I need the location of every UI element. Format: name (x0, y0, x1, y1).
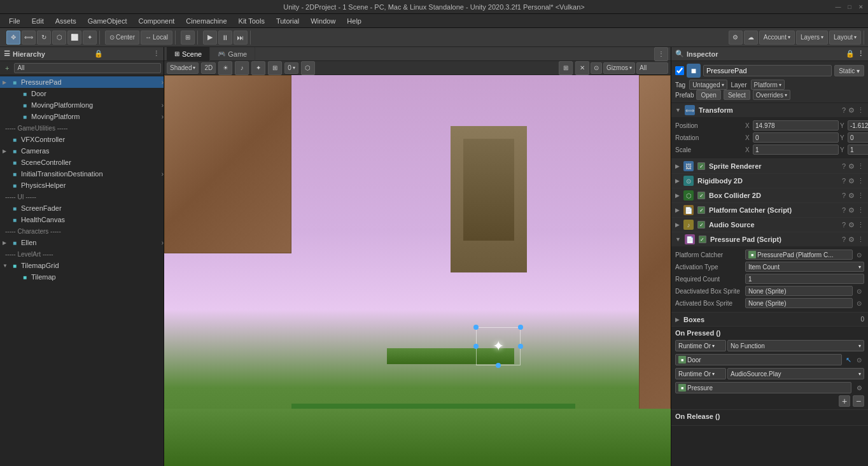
scene-render-btn[interactable]: ⬡ (301, 61, 315, 75)
space-dropdown[interactable]: ↔Local (141, 31, 172, 45)
platform-catcher-header[interactable]: ▶ 📄 ✓ Platform Catcher (Script) ? ⚙ ⋮ (671, 203, 868, 217)
overrides-dropdown[interactable]: Overrides ▾ (753, 90, 790, 100)
hierarchy-item-door[interactable]: ■ Door (0, 88, 164, 99)
bc-settings[interactable]: ⚙ (848, 192, 855, 200)
pivot-dropdown[interactable]: ⊙Center (105, 31, 139, 45)
tab-game[interactable]: 🎮 Game (210, 47, 255, 61)
account-dropdown[interactable]: Account▾ (759, 31, 795, 45)
rb-menu[interactable]: ⋮ (857, 177, 864, 185)
hierarchy-menu[interactable]: ⋮ (153, 50, 160, 58)
pp-help[interactable]: ? (842, 236, 846, 244)
scene-settings-btn[interactable]: ⋮ (654, 47, 668, 61)
collab-btn[interactable]: ⚙ (729, 31, 743, 45)
pressure-ref-field[interactable]: ■ Pressure (675, 382, 851, 393)
open-btn[interactable]: Open (696, 90, 720, 100)
obj-select-btn[interactable]: ⊙ (854, 355, 864, 365)
hierarchy-item-ellen[interactable]: ▶ ■ Ellen › (0, 237, 164, 248)
box-collider-header[interactable]: ▶ ⬡ ✓ Box Collider 2D ? ⚙ ⋮ (671, 188, 868, 202)
hierarchy-lock[interactable]: 🔒 (94, 50, 103, 58)
rigidbody-header[interactable]: ▶ ⊙ Rigidbody 2D ? ⚙ ⋮ (671, 174, 868, 188)
rb-settings[interactable]: ⚙ (848, 177, 855, 185)
scene-move-x[interactable]: ✕ (575, 61, 589, 75)
hand-tool[interactable]: ✥ (6, 31, 20, 45)
as-help[interactable]: ? (842, 221, 846, 229)
hierarchy-item-movingplatform[interactable]: ■ MovingPlatform › (0, 111, 164, 122)
menu-gameobject[interactable]: GameObject (83, 16, 132, 26)
obj-active-checkbox[interactable] (675, 66, 684, 75)
runtime-dropdown-2[interactable]: Runtime Or ▾ (675, 368, 726, 379)
rb-help[interactable]: ? (842, 177, 846, 185)
pc-checkbox[interactable]: ✓ (697, 206, 705, 214)
runtime-dropdown-1[interactable]: Runtime Or ▾ (675, 340, 726, 351)
scene-fx-btn[interactable]: ✦ (251, 61, 265, 75)
pos-x-input[interactable] (753, 120, 839, 131)
obj-name-field[interactable] (703, 65, 832, 76)
sr-menu[interactable]: ⋮ (857, 162, 864, 171)
transform-tool[interactable]: ✦ (83, 31, 97, 45)
add-event-btn[interactable]: + (839, 395, 850, 407)
sprite-renderer-header[interactable]: ▶ 🖼 ✓ Sprite Renderer ? ⚙ ⋮ (671, 159, 868, 173)
rect-tool[interactable]: ⬜ (67, 31, 81, 45)
activated-box-field[interactable]: None (Sprite) (745, 298, 853, 308)
deactivated-box-field[interactable]: None (Sprite) (745, 286, 853, 296)
search-all-dropdown[interactable] (636, 62, 668, 74)
menu-file[interactable]: File (4, 16, 25, 26)
mode-2d-btn[interactable]: 2D (201, 62, 216, 74)
pc-help[interactable]: ? (842, 206, 846, 215)
cloud-btn[interactable]: ☁ (744, 31, 758, 45)
scale-tool[interactable]: ⬡ (52, 31, 66, 45)
close-button[interactable]: ✕ (857, 3, 865, 11)
window-controls[interactable]: — □ ✕ (834, 0, 865, 13)
pc-settings[interactable]: ⚙ (848, 206, 855, 215)
step-button[interactable]: ⏭ (234, 31, 248, 45)
rot-y-input[interactable] (848, 132, 868, 143)
scene-audio-btn[interactable]: ♪ (235, 61, 249, 75)
hierarchy-item-pressurepad[interactable]: ▶ ■ PressurePad › (0, 76, 164, 88)
shading-dropdown[interactable]: Shaded ▾ (167, 62, 199, 74)
remove-event-btn[interactable]: − (853, 395, 864, 407)
scene-search[interactable] (640, 64, 665, 71)
scene-light-btn[interactable]: ☀ (218, 61, 232, 75)
static-dropdown[interactable]: Static ▾ (834, 65, 864, 76)
platform-catcher-field[interactable]: ■ PressurePad (Platform C... (745, 250, 853, 260)
rotate-tool[interactable]: ↻ (37, 31, 51, 45)
inspector-lock[interactable]: 🔒 (846, 50, 855, 58)
grid-btn[interactable]: ⊞ (181, 31, 195, 45)
deactivated-select-btn[interactable]: ⊙ (854, 286, 864, 296)
as-checkbox[interactable]: ✓ (697, 221, 705, 229)
menu-edit[interactable]: Edit (27, 16, 49, 26)
menu-assets[interactable]: Assets (50, 16, 81, 26)
hierarchy-item-tilemap[interactable]: ■ Tilemap (0, 271, 164, 283)
platform-catcher-select-btn[interactable]: ⊙ (854, 250, 864, 260)
transform-help[interactable]: ? (842, 106, 846, 115)
sr-checkbox[interactable]: ✓ (697, 162, 705, 170)
transform-header[interactable]: ▼ ⟺ Transform ? ⚙ ⋮ (671, 103, 868, 117)
hierarchy-item-cameras[interactable]: ▶ ■ Cameras (0, 145, 164, 157)
menu-help[interactable]: Help (342, 16, 367, 26)
menu-kit-tools[interactable]: Kit Tools (234, 16, 270, 26)
move-tool[interactable]: ⟺ (22, 31, 36, 45)
gizmos-dropdown[interactable]: Gizmos ▾ (603, 62, 635, 74)
minimize-button[interactable]: — (834, 3, 843, 11)
pp-menu[interactable]: ⋮ (857, 236, 864, 244)
inspector-menu[interactable]: ⋮ (857, 50, 864, 58)
obj-ref-door[interactable]: ■ Door (675, 354, 842, 365)
sr-help[interactable]: ? (842, 162, 846, 171)
hierarchy-search[interactable] (14, 63, 161, 73)
pos-y-input[interactable] (848, 120, 868, 131)
scl-y-input[interactable] (848, 145, 868, 155)
hierarchy-item-vfxcontroller[interactable]: ■ VFXController (0, 134, 164, 145)
menu-window[interactable]: Window (305, 16, 340, 26)
activation-type-dropdown[interactable]: Item Count ▾ (745, 262, 864, 272)
add-hierarchy-btn[interactable]: + (3, 64, 11, 72)
hierarchy-item-physicshelper[interactable]: ■ PhysicsHelper (0, 180, 164, 191)
scene-snap-btn[interactable]: ⊞ (559, 61, 573, 75)
menu-component[interactable]: Component (133, 16, 179, 26)
rot-x-input[interactable] (753, 132, 839, 143)
pp-checkbox[interactable]: ✓ (699, 236, 706, 243)
as-menu[interactable]: ⋮ (857, 221, 864, 229)
pc-menu[interactable]: ⋮ (857, 206, 864, 215)
required-count-field[interactable] (745, 274, 864, 284)
transform-menu[interactable]: ⋮ (857, 106, 864, 115)
scene-grid-btn[interactable]: ⊞ (268, 61, 282, 75)
